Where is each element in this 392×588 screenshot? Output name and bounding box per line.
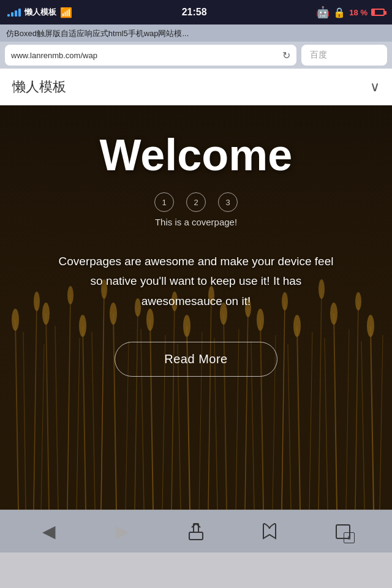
status-left: 懒人模板 📶: [7, 7, 72, 18]
slide-dot-3[interactable]: 3: [218, 192, 238, 212]
slide-indicators: 1 2 3: [154, 192, 238, 212]
search-placeholder: 百度: [310, 50, 327, 61]
refresh-icon[interactable]: ↻: [282, 50, 290, 61]
nav-bar: 懒人模板 ∨: [0, 69, 392, 105]
read-more-button[interactable]: Read More: [115, 342, 277, 377]
wifi-icon: 📶: [60, 7, 72, 18]
android-icon: 🤖: [316, 6, 330, 19]
forward-icon: ▶: [116, 521, 129, 541]
url-input[interactable]: www.lanrenmb.com/wap ↻: [5, 45, 296, 66]
signal-icon: [7, 9, 21, 17]
back-icon: ◀: [42, 521, 56, 541]
lock-icon: 🔒: [333, 7, 345, 18]
browser-url-bar: www.lanrenmb.com/wap ↻ 百度: [0, 42, 392, 69]
browser-title: 仿Boxed触屏版自适应响应式html5手机wap网站模...: [0, 24, 392, 42]
tabs-button[interactable]: 8: [328, 516, 358, 547]
svg-rect-65: [189, 532, 203, 540]
tab-count-badge: 8: [344, 532, 355, 543]
hero-description: Coverpages are awesome and make your dev…: [43, 252, 349, 311]
status-right: 🤖 🔒 18 %: [316, 6, 385, 19]
slide-dot-1[interactable]: 1: [154, 192, 174, 212]
bookmarks-icon: [260, 522, 279, 541]
bookmarks-button[interactable]: [254, 516, 285, 547]
share-icon: [187, 522, 205, 541]
menu-toggle-icon[interactable]: ∨: [370, 79, 380, 95]
search-input[interactable]: 百度: [301, 45, 387, 66]
status-bar: 懒人模板 📶 21:58 🤖 🔒 18 %: [0, 0, 392, 24]
clock: 21:58: [182, 7, 207, 18]
hero-title: Welcome: [100, 130, 293, 180]
site-logo: 懒人模板: [12, 78, 66, 96]
slide-dot-2[interactable]: 2: [186, 192, 206, 212]
battery-percent: 18 %: [349, 8, 368, 17]
forward-button[interactable]: ▶: [107, 516, 138, 547]
hero-section: Welcome 1 2 3 This is a coverpage! Cover…: [0, 105, 392, 510]
url-text: www.lanrenmb.com/wap: [11, 51, 97, 60]
coverpage-label: This is a coverpage!: [155, 217, 237, 227]
back-button[interactable]: ◀: [34, 516, 64, 547]
carrier-label: 懒人模板: [24, 7, 56, 18]
browser-bottom-bar: ◀ ▶ 8: [0, 510, 392, 552]
share-button[interactable]: [181, 516, 211, 547]
battery-icon: [371, 9, 385, 16]
hero-content: Welcome 1 2 3 This is a coverpage! Cover…: [0, 105, 392, 377]
